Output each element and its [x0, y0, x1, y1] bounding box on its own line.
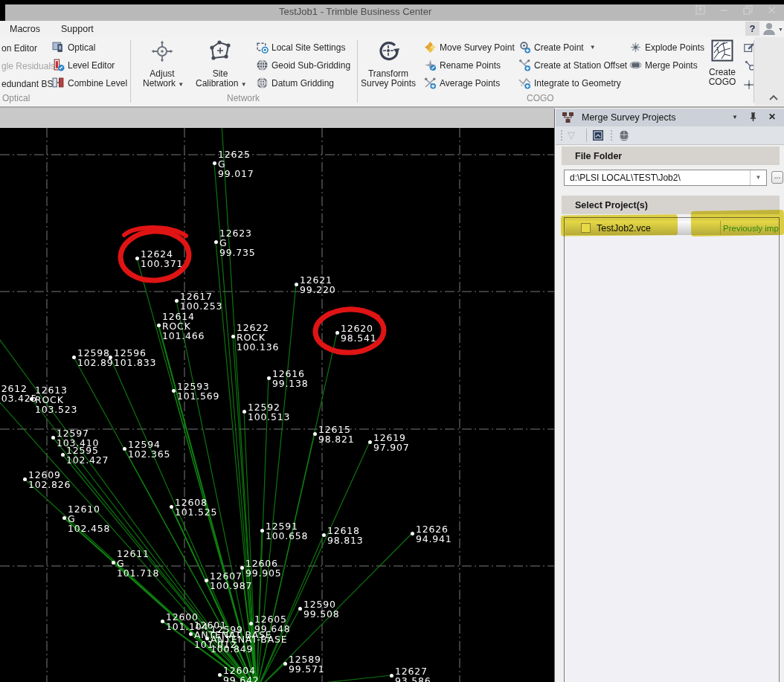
move-survey-point-icon — [424, 41, 437, 54]
browse-button[interactable]: ... — [771, 171, 783, 184]
title-bar: TestJob1 - Trimble Business Center — [0, 0, 784, 21]
menu-macros[interactable]: Macros — [10, 24, 40, 34]
datum-gridding-icon — [256, 77, 269, 89]
trimble-business-center-window: TestJob1 - Trimble Business Center Macro… — [0, 0, 784, 682]
geoid-sub-gridding-icon — [256, 59, 269, 71]
window-title: TestJob1 - Trimble Business Center — [279, 6, 431, 17]
ribbon-collapse-icon[interactable] — [768, 94, 779, 101]
panel-close-icon[interactable]: ✕ — [768, 112, 776, 122]
local-site-settings-button[interactable]: Local Site Settings — [256, 41, 345, 54]
move-survey-point-button[interactable]: Move Survey Point — [424, 41, 515, 54]
create-cogo-icon — [711, 39, 733, 62]
highlight-status — [691, 210, 784, 237]
help-button[interactable]: ? — [745, 22, 759, 36]
combine-level-icon — [52, 77, 65, 89]
integrate-to-geometry-icon — [518, 77, 531, 89]
merge-points-button[interactable]: Merge Points — [629, 59, 698, 71]
explode-points-icon — [629, 41, 642, 54]
popout-button[interactable] — [695, 5, 705, 15]
folder-value: d:\PLSI LOCAL\TEST\Job2\ — [570, 173, 681, 183]
projects-list[interactable]: TestJob2.vce Previously imp — [564, 217, 780, 682]
window-top-edge — [0, 0, 784, 4]
geoid-sub-gridding-button[interactable]: Geoid Sub-Gridding — [256, 59, 350, 71]
integrate-to-geometry-button[interactable]: Integrate to Geometry — [518, 77, 621, 89]
create-point-button[interactable]: Create Point▼ — [518, 41, 596, 54]
merge-survey-projects-panel: Merge Survey Projects ▼ ✕ ▽ File Folder … — [554, 109, 784, 682]
level-editor-icon — [52, 59, 65, 71]
file-folder-section: File Folder — [562, 147, 780, 165]
canvas-top-strip — [0, 108, 554, 128]
optical-icon — [52, 41, 65, 54]
create-cogo-button[interactable]: CreateCOGO — [701, 39, 744, 87]
minimize-button[interactable] — [719, 5, 729, 15]
combo-dropdown-icon[interactable]: ▼ — [750, 170, 766, 185]
dropdown-caret: ▼ — [241, 81, 247, 88]
explode-points-button[interactable]: Explode Points — [629, 41, 704, 54]
rename-points-button[interactable]: Rename Points — [424, 59, 501, 71]
ribbon: on Editor gle Residuals edundant BS Opti… — [0, 37, 784, 107]
menu-support[interactable]: Support — [61, 24, 94, 34]
group-label-network: Network — [227, 93, 260, 103]
folder-combobox[interactable]: d:\PLSI LOCAL\TEST\Job2\ ▼ — [564, 170, 767, 186]
ribbon-level-editor[interactable]: Level Editor — [52, 59, 115, 71]
plan-view-canvas[interactable]: 12625 G 99.01712623 G 99.73512624 100.37… — [0, 128, 554, 682]
create-at-station-offset-button[interactable]: Create at Station Offset — [518, 59, 627, 71]
average-points-icon — [424, 77, 437, 89]
close-button[interactable] — [767, 5, 777, 15]
highlight-project-name — [561, 214, 678, 236]
site-calibration-button[interactable]: SiteCalibration ▼ — [196, 39, 245, 89]
open-project-icon[interactable] — [592, 129, 604, 141]
red-annotations — [0, 128, 554, 682]
dropdown-caret: ▼ — [178, 81, 184, 88]
transform-survey-points-button[interactable]: TransformSurvey Points — [359, 39, 418, 89]
transform-survey-points-icon — [376, 39, 401, 63]
panel-title: Merge Survey Projects — [582, 112, 675, 123]
site-calibration-icon — [208, 39, 232, 63]
ribbon-combine-level[interactable]: Combine Level — [52, 77, 127, 89]
restore-button[interactable] — [743, 5, 753, 15]
local-site-settings-icon — [256, 41, 269, 54]
rename-points-icon — [424, 59, 437, 71]
ribbon-optical[interactable]: Optical — [52, 41, 95, 54]
user-account-icon[interactable] — [763, 23, 775, 35]
panel-toolbar: ▽ — [556, 126, 784, 145]
apply-disabled-icon[interactable]: ▽ — [568, 129, 575, 141]
window-left-edge — [0, 0, 5, 21]
ribbon-redundant-bs[interactable]: edundant BS — [1, 79, 53, 89]
create-point-icon — [518, 41, 531, 54]
dropdown-caret: ▼ — [590, 44, 596, 51]
group-label-optical: Optical — [2, 93, 30, 103]
merge-points-icon — [629, 59, 642, 71]
average-points-button[interactable]: Average Points — [424, 77, 500, 89]
adjust-network-button[interactable]: AdjustNetwork ▼ — [143, 39, 181, 89]
merge-projects-icon — [562, 112, 574, 123]
create-at-station-offset-icon — [518, 59, 531, 71]
panel-header[interactable]: Merge Survey Projects ▼ ✕ — [556, 109, 784, 126]
datum-gridding-button[interactable]: Datum Gridding — [256, 77, 334, 89]
import-globe-icon[interactable] — [618, 129, 630, 141]
panel-menu-caret-icon[interactable]: ▼ — [732, 114, 738, 120]
ribbon-station-editor[interactable]: on Editor — [1, 43, 37, 54]
group-label-cogo: COGO — [527, 93, 554, 103]
pin-icon[interactable] — [749, 112, 757, 122]
adjust-network-icon — [150, 39, 174, 63]
menu-bar: Macros Support ? ▼ — [0, 21, 784, 37]
user-caret-icon[interactable]: ▼ — [778, 27, 783, 32]
ribbon-angle-residuals[interactable]: gle Residuals — [1, 61, 55, 71]
